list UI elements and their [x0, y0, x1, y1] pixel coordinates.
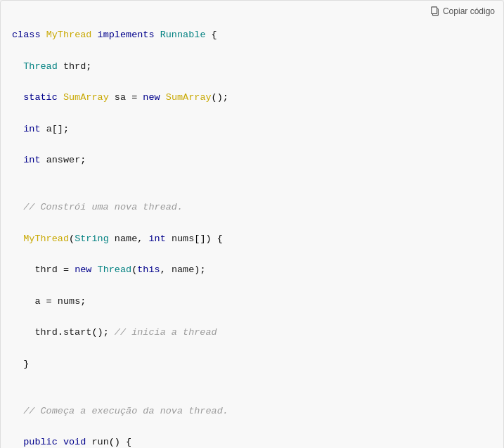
code-container: Copiar código class MyThread implements … [0, 0, 504, 448]
copy-label: Copiar código [443, 6, 495, 16]
line-4: int a[]; [12, 122, 492, 137]
line-11: thrd.start(); // inicia a thread [12, 325, 492, 340]
line-5: int answer; [12, 153, 492, 168]
line-7: // Constrói uma nova thread. [12, 200, 492, 215]
copy-icon [430, 6, 440, 16]
line-2: Thread thrd; [12, 59, 492, 75]
line-3: static SumArray sa = new SumArray(); [12, 90, 492, 105]
line-15: public void run() { [12, 435, 492, 448]
line-9: thrd = new Thread(this, name); [12, 262, 492, 278]
line-1: class MyThread implements Runnable { [12, 27, 492, 43]
line-8: MyThread(String name, int nums[]) { [12, 231, 492, 247]
line-14: // Começa a execução da nova thread. [12, 404, 492, 419]
line-10: a = nums; [12, 294, 492, 309]
line-12: } [12, 357, 492, 372]
copy-button[interactable]: Copiar código [430, 6, 495, 16]
svg-rect-1 [432, 7, 437, 14]
code-block: class MyThread implements Runnable { Thr… [12, 12, 492, 448]
